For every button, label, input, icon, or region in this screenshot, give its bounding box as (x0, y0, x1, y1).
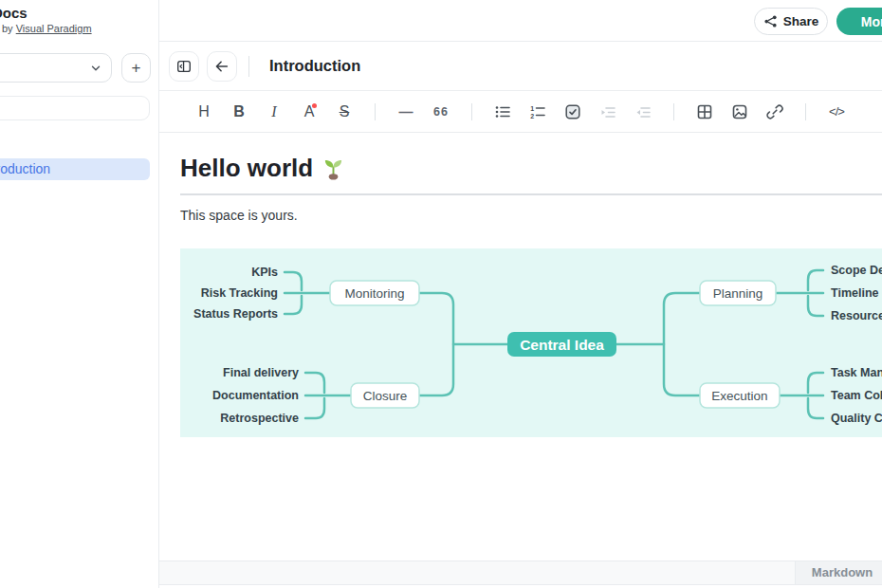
indent-icon (599, 103, 616, 120)
toolbar-divider (375, 103, 376, 120)
mindmap-connector (808, 296, 823, 316)
mindmap-connector (285, 296, 302, 314)
header-divider (248, 56, 249, 77)
panel-collapse-icon (175, 58, 193, 75)
editor-toolbar: H B I A S — 66 12 (159, 90, 882, 133)
sidebar-search-input[interactable] (0, 96, 150, 120)
mindmap-connector (664, 293, 700, 395)
color-dot (312, 103, 317, 108)
image-button[interactable] (724, 96, 756, 128)
mindmap-child-label: Team Colla (831, 389, 882, 402)
numbered-list-icon: 12 (529, 103, 546, 120)
sidebar: Docs by Visual Paradigm + Introduction (0, 0, 159, 588)
bullet-list-icon (494, 103, 511, 120)
editor-content[interactable]: Hello world This space is yours. Monitor… (159, 133, 882, 560)
mindmap-child-label: Final delivery (223, 366, 299, 379)
mindmap-child-label: Quality Co (831, 412, 882, 425)
more-button[interactable]: More (836, 8, 882, 35)
task-list-button[interactable] (557, 96, 589, 128)
mindmap-svg: MonitoringKPIsRisk TrackingStatus Report… (180, 248, 882, 437)
logo-by-text: by (2, 23, 13, 34)
svg-text:1: 1 (530, 104, 534, 111)
toolbar-divider (471, 103, 472, 120)
sidebar-item-label: Introduction (0, 161, 50, 176)
chevron-down-icon (89, 62, 102, 75)
body-text: This space is yours. (180, 208, 298, 223)
main-panel: Share More Introduction H B (159, 0, 882, 588)
outdent-button[interactable] (627, 96, 659, 128)
collapse-sidebar-button[interactable] (169, 51, 199, 82)
mindmap-child-label: Timeline Es (831, 286, 882, 300)
mindmap-embed[interactable]: MonitoringKPIsRisk TrackingStatus Report… (180, 248, 882, 437)
mindmap-child-label: Scope Defi (831, 264, 882, 277)
mindmap-node-label: Closure (363, 389, 408, 403)
table-icon (696, 103, 713, 120)
code-button[interactable]: </> (820, 96, 853, 128)
document-heading-text: Hello world (180, 154, 313, 183)
mindmap-child-label: Status Reports (193, 307, 278, 321)
mindmap-connector (305, 373, 324, 393)
mindmap-connector (808, 270, 823, 290)
heading-rule (180, 193, 882, 195)
mindmap-center-node-label: Central Idea (520, 337, 604, 353)
share-icon (763, 14, 778, 28)
mindmap-child-label: Task Mana (831, 366, 882, 379)
image-icon (731, 103, 748, 120)
link-icon (766, 103, 783, 120)
outdent-icon (634, 103, 652, 120)
link-button[interactable] (759, 96, 791, 128)
strikethrough-button[interactable]: S (328, 96, 360, 128)
numbered-list-button[interactable]: 12 (522, 96, 554, 128)
share-button[interactable]: Share (754, 8, 828, 35)
document-heading: Hello world (180, 154, 344, 183)
markdown-mode-button[interactable]: Markdown (795, 560, 882, 585)
toolbar-divider (805, 103, 806, 120)
checkbox-icon (564, 103, 581, 120)
toolbar-divider (673, 103, 674, 120)
heading-button[interactable]: H (188, 96, 220, 128)
indent-button[interactable] (592, 96, 624, 128)
arrow-left-icon (213, 58, 230, 75)
add-document-button[interactable]: + (121, 53, 151, 83)
mindmap-node-label: Planning (713, 286, 763, 301)
bullet-list-button[interactable] (487, 96, 519, 128)
document-header: Introduction (159, 42, 882, 90)
mindmap-connector (808, 373, 823, 393)
mindmap-child-label: Retrospective (220, 412, 299, 425)
table-button[interactable] (689, 96, 721, 128)
text-color-button[interactable]: A (293, 96, 325, 128)
mindmap-connector (419, 293, 453, 395)
back-button[interactable] (207, 51, 237, 82)
mindmap-child-label: Risk Tracking (201, 286, 278, 300)
horizontal-rule-button[interactable]: — (390, 96, 422, 128)
top-action-bar: Share More (159, 0, 882, 42)
visual-paradigm-link[interactable]: Visual Paradigm (16, 23, 92, 34)
mindmap-node-label: Execution (711, 389, 767, 403)
mindmap-node-label: Monitoring (344, 286, 404, 301)
app-logo-subtitle: by Visual Paradigm (2, 23, 92, 34)
mindmap-connector (305, 398, 324, 418)
mindmap-child-label: Resource A (831, 309, 882, 322)
italic-button[interactable]: I (258, 96, 290, 128)
seedling-icon (322, 156, 344, 180)
sidebar-item-introduction[interactable]: Introduction (0, 158, 150, 180)
bold-button[interactable]: B (223, 96, 255, 128)
mindmap-connector (285, 272, 302, 290)
editor-status-bar: Markdown (159, 560, 882, 585)
quote-button[interactable]: 66 (425, 96, 457, 128)
mindmap-child-label: KPIs (251, 266, 278, 279)
mindmap-child-label: Documentation (212, 389, 299, 402)
page-title: Introduction (269, 57, 360, 75)
app-window: Docs by Visual Paradigm + Introduction S… (0, 0, 882, 588)
app-logo-title: Docs (0, 5, 28, 21)
share-label: Share (783, 14, 819, 28)
mindmap-connector (808, 398, 823, 418)
space-select[interactable] (0, 53, 112, 83)
svg-text:2: 2 (530, 112, 534, 119)
